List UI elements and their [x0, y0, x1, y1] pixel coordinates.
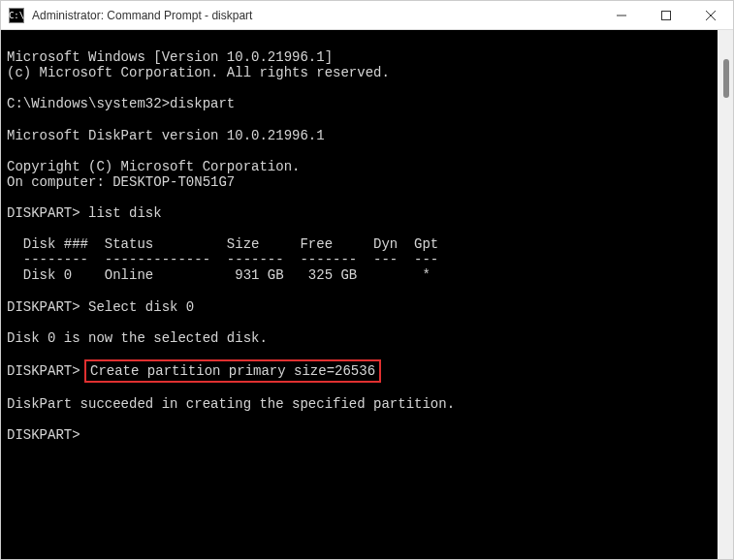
- terminal-line: DISKPART>: [7, 427, 80, 443]
- terminal-line: On computer: DESKTOP-T0N51G7: [7, 174, 235, 190]
- minimize-button[interactable]: [599, 1, 644, 29]
- terminal-line: DiskPart succeeded in creating the speci…: [7, 396, 455, 412]
- close-icon: [706, 11, 716, 20]
- terminal-line: -------- ------------- ------- ------- -…: [7, 252, 438, 267]
- terminal-line: DISKPART> list disk: [7, 205, 162, 221]
- scrollbar[interactable]: [718, 30, 733, 559]
- maximize-button[interactable]: [644, 1, 688, 29]
- terminal-line: (c) Microsoft Corporation. All rights re…: [7, 65, 390, 80]
- terminal-line: DISKPART> Select disk 0: [7, 299, 194, 315]
- highlighted-command: Create partition primary size=26536: [84, 359, 381, 383]
- svg-rect-1: [662, 11, 671, 19]
- terminal-line: DISKPART> Create partition primary size=…: [7, 363, 377, 379]
- terminal-line: Microsoft DiskPart version 10.0.21996.1: [7, 128, 325, 143]
- minimize-icon: [617, 11, 626, 20]
- cmd-icon: C:\: [9, 8, 24, 23]
- terminal-line: Disk 0 is now the selected disk.: [7, 330, 268, 346]
- window-title: Administrator: Command Prompt - diskpart: [32, 9, 599, 22]
- terminal-line: Disk 0 Online 931 GB 325 GB *: [7, 267, 431, 283]
- window-controls: [599, 1, 733, 29]
- terminal-line: Copyright (C) Microsoft Corporation.: [7, 159, 300, 174]
- scrollbar-thumb[interactable]: [723, 59, 729, 98]
- close-button[interactable]: [688, 1, 733, 29]
- maximize-icon: [661, 11, 671, 20]
- terminal-body[interactable]: Microsoft Windows [Version 10.0.21996.1]…: [1, 30, 733, 559]
- command-prompt-window: C:\ Administrator: Command Prompt - disk…: [0, 0, 734, 560]
- terminal-line: Microsoft Windows [Version 10.0.21996.1]: [7, 49, 333, 65]
- titlebar[interactable]: C:\ Administrator: Command Prompt - disk…: [1, 1, 733, 30]
- terminal-line: Disk ### Status Size Free Dyn Gpt: [7, 236, 438, 252]
- prompt-text: DISKPART>: [7, 363, 88, 379]
- terminal-line: C:\Windows\system32>diskpart: [7, 96, 235, 111]
